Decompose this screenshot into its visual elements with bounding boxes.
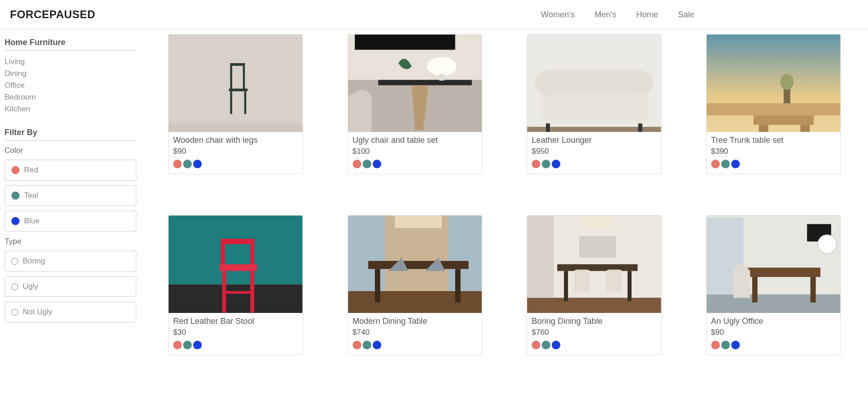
color-swatch[interactable]	[552, 160, 560, 168]
svg-rect-56	[579, 236, 616, 257]
color-filter-blue[interactable]: Blue	[5, 211, 136, 232]
color-swatch[interactable]	[353, 341, 361, 349]
color-filter-red[interactable]: Red	[5, 160, 136, 181]
product-price: $100	[353, 147, 478, 156]
product-swatches	[173, 341, 298, 349]
color-swatch[interactable]	[552, 341, 560, 349]
category-living[interactable]: Living	[5, 56, 136, 68]
nav-link-sale[interactable]: Sale	[678, 10, 694, 20]
svg-rect-30	[169, 216, 303, 284]
nav-link-mens[interactable]: Men's	[595, 10, 616, 20]
nav-link-womens[interactable]: Women's	[541, 10, 574, 20]
svg-rect-33	[221, 239, 225, 266]
swatch-icon	[11, 191, 20, 200]
product-grid-container: Wooden chair with legs$90Ugly chair and …	[141, 30, 868, 369]
svg-rect-51	[564, 271, 568, 301]
color-swatch[interactable]	[731, 160, 740, 168]
svg-rect-44	[374, 269, 380, 302]
svg-point-29	[780, 74, 793, 90]
product-card[interactable]: Wooden chair with legs$90	[168, 34, 303, 174]
product-card[interactable]: Ugly chair and table set$100	[348, 34, 483, 174]
color-swatch[interactable]	[373, 160, 381, 168]
type-filter-ugly[interactable]: Ugly	[5, 276, 136, 297]
category-bedroom[interactable]: Bedroom	[5, 91, 136, 103]
svg-rect-34	[250, 239, 254, 266]
color-swatch[interactable]	[183, 341, 192, 349]
type-filter-not-ugly[interactable]: Not Ugly	[5, 302, 136, 322]
svg-point-64	[818, 235, 836, 253]
product-card[interactable]: Tree Trunk table set$390	[706, 34, 841, 174]
color-swatch[interactable]	[363, 160, 371, 168]
brand-logo[interactable]: FORCEPAUSED	[10, 8, 95, 21]
svg-rect-61	[752, 277, 758, 302]
type-filter-label: Not Ugly	[23, 307, 52, 317]
svg-rect-46	[395, 216, 442, 228]
svg-rect-25	[753, 116, 814, 125]
product-card[interactable]: Leather Lounger$950	[527, 34, 662, 174]
product-swatches	[532, 341, 657, 349]
product-grid: Wooden chair with legs$90Ugly chair and …	[168, 34, 841, 355]
type-radio[interactable]	[11, 283, 18, 290]
color-swatch[interactable]	[721, 160, 730, 168]
svg-rect-24	[707, 103, 841, 116]
sidebar-heading: Home Furniture	[5, 38, 136, 50]
product-image	[707, 216, 841, 313]
product-card[interactable]: An Ugly Office$90	[706, 215, 841, 355]
svg-rect-52	[628, 271, 632, 301]
color-swatch[interactable]	[721, 341, 730, 349]
svg-rect-4	[243, 63, 244, 90]
svg-rect-2	[230, 63, 244, 66]
color-swatch[interactable]	[542, 341, 550, 349]
type-radio[interactable]	[11, 258, 18, 265]
color-swatch[interactable]	[363, 341, 371, 349]
filter-heading: Filter By	[5, 128, 136, 141]
color-swatch[interactable]	[532, 160, 540, 168]
product-swatches	[532, 160, 657, 168]
product-title: Wooden chair with legs	[173, 136, 298, 145]
color-swatch[interactable]	[711, 160, 720, 168]
svg-rect-58	[707, 294, 841, 313]
svg-rect-60	[747, 267, 820, 277]
color-swatch[interactable]	[173, 160, 182, 168]
product-swatches	[711, 160, 836, 168]
svg-rect-35	[219, 264, 257, 271]
svg-rect-11	[378, 80, 472, 86]
color-swatch[interactable]	[353, 160, 361, 168]
nav-link-home[interactable]: Home	[636, 10, 658, 20]
product-swatches	[173, 160, 298, 168]
color-swatch[interactable]	[183, 160, 192, 168]
product-card[interactable]: Red Leather Bar Stool$30	[168, 215, 303, 355]
category-office[interactable]: Office	[5, 80, 136, 91]
color-swatch[interactable]	[731, 341, 740, 349]
product-image	[527, 216, 661, 313]
type-filter-label: Boring	[23, 257, 45, 266]
color-swatch[interactable]	[193, 160, 202, 168]
product-body: An Ugly Office$90	[707, 313, 841, 355]
product-swatches	[353, 341, 478, 349]
color-swatch[interactable]	[542, 160, 550, 168]
category-kitchen[interactable]: Kitchen	[5, 103, 136, 115]
product-card[interactable]: Modern Dining Table$740	[348, 215, 483, 355]
color-swatch[interactable]	[173, 341, 182, 349]
color-swatch[interactable]	[532, 341, 540, 349]
filter-type-label: Type	[5, 237, 136, 246]
product-body: Boring Dining Table$760	[527, 313, 661, 355]
product-image	[348, 35, 482, 132]
type-filter-boring[interactable]: Boring	[5, 251, 136, 272]
svg-rect-62	[810, 277, 816, 302]
color-swatch[interactable]	[373, 341, 381, 349]
category-list: Living Dining Office Bedroom Kitchen	[5, 56, 136, 115]
type-filter-label: Ugly	[23, 282, 38, 291]
svg-rect-54	[606, 270, 622, 292]
product-image	[348, 216, 482, 313]
product-card[interactable]: Boring Dining Table$760	[527, 215, 662, 355]
svg-rect-5	[229, 89, 248, 91]
category-dining[interactable]: Dining	[5, 68, 136, 80]
svg-rect-17	[540, 90, 648, 124]
color-swatch[interactable]	[711, 341, 720, 349]
color-filter-teal[interactable]: Teal	[5, 185, 136, 206]
product-image	[527, 35, 661, 132]
product-swatches	[711, 341, 836, 349]
color-swatch[interactable]	[193, 341, 202, 349]
type-radio[interactable]	[11, 309, 18, 316]
